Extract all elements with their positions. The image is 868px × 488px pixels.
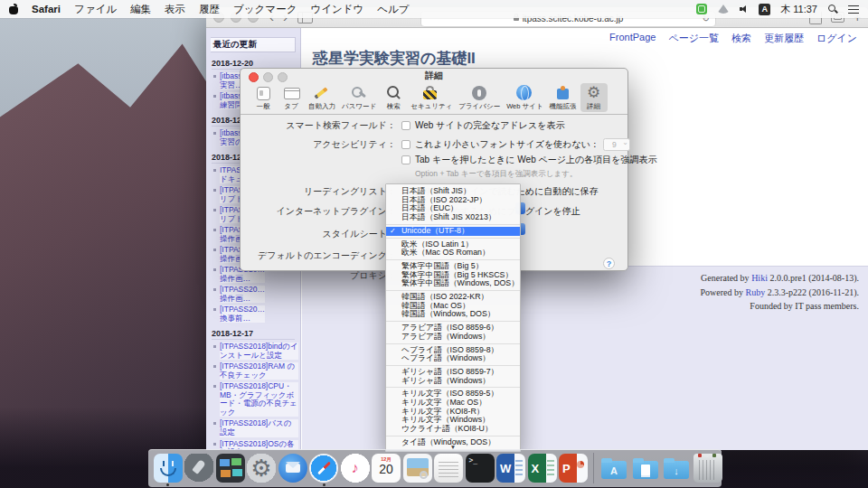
prefs-tab-tabs[interactable]: タブ — [278, 83, 305, 112]
encoding-option-label: キリル文字（KOI8-R） — [401, 408, 485, 416]
spotlight-icon[interactable] — [827, 4, 838, 14]
dock-word[interactable]: W — [496, 450, 526, 486]
wiki-nav-link-5[interactable]: ログイン — [816, 32, 857, 45]
prefs-tab-passwords[interactable]: パスワード — [339, 83, 379, 112]
font-size-select[interactable]: 9 — [603, 138, 630, 151]
dock-separator — [593, 453, 594, 483]
prefs-tab-advanced[interactable]: 詳細 — [580, 83, 608, 112]
sidebar-wiki-link[interactable]: [ITPASS20… 操作画… — [212, 286, 298, 303]
dock-excel[interactable]: X — [527, 450, 557, 486]
input-source-icon[interactable]: A — [759, 4, 770, 15]
dock-mission-control[interactable] — [215, 450, 245, 486]
encoding-option[interactable]: 繁体字中国語（Windows, DOS） — [386, 279, 520, 288]
dock-trash[interactable] — [693, 450, 722, 486]
menu-item-4[interactable]: 表示 — [165, 3, 185, 16]
encoding-option[interactable]: アラビア語（ISO 8859-6） — [386, 324, 520, 333]
encoding-option[interactable]: 韓国語（Windows, DOS） — [386, 310, 520, 319]
wiki-nav-link-2[interactable]: ページ一覧 — [668, 32, 719, 45]
encoding-option[interactable]: ギリシャ語（Windows） — [386, 377, 520, 386]
encoding-option[interactable]: 日本語（Shift JIS） — [386, 187, 520, 196]
dock-folder-downloads[interactable]: ↓ — [662, 450, 692, 486]
checkbox-min-font-size[interactable] — [401, 140, 410, 149]
wiki-nav-link-3[interactable]: 検索 — [731, 32, 751, 45]
encoding-option[interactable]: 欧米（ISO Latin 1） — [386, 240, 520, 249]
green-app-status-icon[interactable] — [696, 4, 707, 14]
encoding-option[interactable]: 日本語（ISO 2022-JP） — [386, 196, 520, 205]
dock-thunderbird[interactable] — [278, 450, 307, 486]
encoding-option[interactable]: ヘブライ語（Windows） — [386, 354, 520, 363]
extensions-icon — [552, 85, 574, 101]
prefs-tab-search[interactable]: 検索 — [380, 83, 407, 112]
launchpad-icon — [184, 454, 213, 483]
menu-item-3[interactable]: 編集 — [130, 3, 151, 16]
proxy-label: プロキシ： — [241, 269, 401, 282]
wiki-nav-link-4[interactable]: 更新履歴 — [764, 32, 804, 45]
sidebar-wiki-link[interactable]: [ITPASS2018]CPU・MB・グラフィックボード・電源の不良チェック — [212, 382, 298, 417]
encoding-option[interactable]: 韓国語（Mac OS） — [386, 302, 520, 311]
encoding-option[interactable]: ✓Unicode（UTF-8） — [386, 227, 520, 236]
system-preferences-icon: ⚙ — [247, 454, 276, 483]
tabs-icon — [280, 85, 302, 101]
dock-itunes[interactable]: ♪ — [340, 450, 370, 486]
prefs-tab-extensions[interactable]: 機能拡張 — [547, 83, 580, 112]
volume-icon[interactable] — [740, 5, 749, 14]
dialog-titlebar[interactable]: 詳細 — [241, 69, 627, 82]
sidebar-wiki-link[interactable]: [ITPASS2018]bindのインストールと設定 — [212, 343, 298, 360]
encoding-option[interactable]: 日本語（EUC） — [386, 204, 520, 213]
menu-bar-clock[interactable]: 木 11:37 — [780, 3, 817, 16]
sidebar-wiki-link[interactable]: [ITPASS20… 換事前… — [212, 305, 298, 323]
dialog-zoom-button — [278, 72, 288, 82]
menu-item-7[interactable]: ウインドウ — [310, 3, 363, 16]
checkbox-tab-highlight[interactable] — [401, 155, 410, 164]
encoding-option[interactable]: アラビア語（Windows） — [386, 333, 520, 342]
help-button[interactable]: ? — [603, 258, 615, 269]
prefs-tab-autofill[interactable]: 自動入力 — [306, 83, 338, 112]
dock-safari[interactable] — [309, 450, 339, 486]
encoding-option[interactable]: キリル文字（Mac OS） — [386, 399, 520, 408]
running-indicator — [166, 483, 169, 486]
notification-center-icon[interactable] — [848, 5, 859, 14]
dock-launchpad[interactable] — [184, 450, 214, 486]
dialog-close-button[interactable] — [249, 72, 259, 82]
prefs-tab-general[interactable]: 一般 — [250, 83, 277, 112]
dock-folder-documents[interactable] — [630, 450, 660, 486]
prefs-tab-security[interactable]: セキュリティ — [408, 83, 455, 112]
dock-textedit[interactable] — [434, 450, 464, 486]
thunderbird-icon — [278, 454, 307, 483]
menu-item-8[interactable]: ヘルプ — [377, 3, 409, 16]
encoding-option[interactable]: 繁体字中国語（Big 5 HKSCS） — [386, 271, 520, 280]
sidebar-wiki-link[interactable]: [ITPASS2018]RAM の不良チェック — [212, 362, 298, 380]
encoding-option-label: アラビア語（Windows） — [401, 333, 490, 341]
encoding-option[interactable]: ギリシャ語（ISO 8859-7） — [386, 368, 520, 377]
encoding-option[interactable]: ヘブライ語（ISO 8859-8） — [386, 346, 520, 355]
hiki-link[interactable]: Hiki — [751, 273, 768, 283]
encoding-option[interactable]: キリル文字（Windows） — [386, 416, 520, 425]
prefs-tab-websites[interactable]: Web サイト — [504, 83, 545, 112]
menu-item-5[interactable]: 履歴 — [199, 3, 220, 16]
dock-preview[interactable] — [402, 450, 432, 486]
menu-item-6[interactable]: ブックマーク — [233, 3, 297, 16]
dock-system-preferences[interactable]: ⚙ — [247, 450, 277, 486]
sidebar-wiki-link[interactable]: [ITPASS2018]バスの設定 — [212, 419, 298, 436]
encoding-option[interactable]: キリル文字（ISO 8859-5） — [386, 389, 520, 399]
ruby-link[interactable]: Ruby — [746, 287, 766, 297]
general-icon — [252, 85, 274, 101]
menu-item-1[interactable]: Safari — [32, 4, 61, 14]
prefs-tab-privacy[interactable]: プライバシー — [456, 83, 503, 112]
apple-icon[interactable] — [9, 4, 19, 14]
dock-calendar[interactable]: 12月20 — [372, 450, 401, 486]
dock-finder[interactable] — [153, 450, 183, 486]
wifi-icon[interactable] — [717, 5, 730, 14]
encoding-option[interactable]: 欧米（Mac OS Roman） — [386, 249, 520, 258]
checkbox-show-full-address[interactable] — [401, 121, 410, 130]
encoding-option[interactable]: ウクライナ語（KOI8-U） — [386, 425, 520, 434]
encoding-option[interactable]: 繁体字中国語（Big 5） — [386, 262, 520, 271]
encoding-option[interactable]: キリル文字（KOI8-R） — [386, 408, 520, 417]
encoding-option[interactable]: 韓国語（ISO 2022-KR） — [386, 293, 520, 302]
dock-folder-applications[interactable]: A — [599, 450, 629, 486]
wiki-nav-link-1[interactable]: FrontPage — [609, 32, 656, 45]
dock-terminal[interactable]: >_ — [465, 450, 495, 486]
menu-item-2[interactable]: ファイル — [74, 3, 117, 16]
dock-powerpoint[interactable]: P — [559, 450, 589, 486]
encoding-option[interactable]: 日本語（Shift JIS X0213） — [386, 213, 520, 222]
